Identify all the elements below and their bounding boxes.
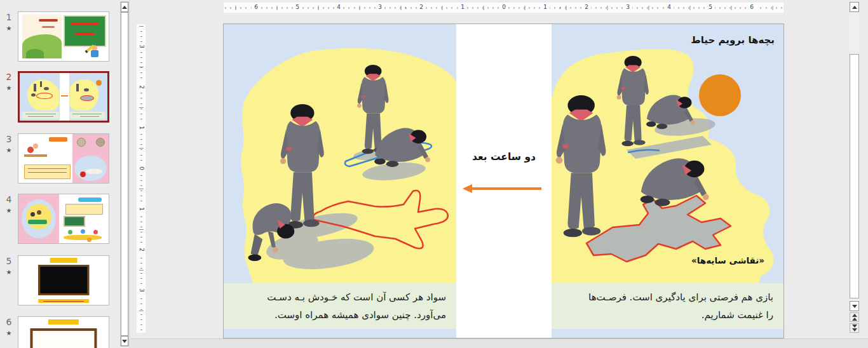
double-up-icon <box>852 314 857 321</box>
slide-2-thumbnail-selected[interactable] <box>18 71 109 123</box>
scroll-up-button[interactable] <box>850 2 859 12</box>
right-photo-object[interactable]: بچه‌ها برویم حیاط «نقاشی سایه‌ها» بازی ه… <box>552 24 783 338</box>
transition-strip[interactable]: دو ساعت بعد <box>456 24 552 338</box>
slide-6-thumbnail[interactable] <box>18 316 109 348</box>
ruler-label: 3 <box>137 286 145 295</box>
ruler-label: 5 <box>293 4 302 10</box>
ruler-label: 6 <box>252 4 261 10</box>
animation-star-icon: ★ <box>1 330 17 337</box>
ruler-label: 0 <box>499 4 508 10</box>
ruler-label: 3 <box>376 4 384 10</box>
animation-star-icon: ★ <box>1 147 17 154</box>
vertical-ruler: 3 2 1 0 1 2 3 <box>137 24 146 333</box>
caption-line: می‌آورد. چنین سوادی همیشه همراه اوست. <box>234 306 446 324</box>
shadow-game-label[interactable]: «نقاشی سایه‌ها» <box>691 255 764 265</box>
thumbnail-row-1: 1 ★ <box>0 11 119 63</box>
slide-thumbnail-panel: 1 ★ <box>0 0 130 348</box>
ruler-label: 0 <box>137 164 145 173</box>
ruler-label: 2 <box>137 245 145 254</box>
triangle-up-icon <box>852 6 857 9</box>
ruler-label: 6 <box>747 4 756 10</box>
slide-title-text[interactable]: بچه‌ها برویم حیاط <box>691 34 775 46</box>
triangle-up-icon <box>122 6 127 9</box>
ruler-label: 1 <box>137 204 145 213</box>
left-photo-scene <box>224 24 456 283</box>
ruler-label: 2 <box>417 4 426 10</box>
scrollbar-track[interactable] <box>850 12 859 301</box>
ruler-label: 1 <box>541 4 550 10</box>
slide-3-thumbnail[interactable] <box>18 133 109 184</box>
animation-star-icon: ★ <box>1 84 17 92</box>
slide-number-2: 2 <box>1 71 17 83</box>
slide-1-thumbnail[interactable] <box>18 11 109 62</box>
scrollbar-thumb[interactable] <box>850 54 859 298</box>
slide-number-6: 6 <box>1 316 17 328</box>
ruler-label: 1 <box>458 4 467 10</box>
right-caption-textbox[interactable]: بازی هم فرصتی برای یادگیری است. فرصـت‌ها… <box>552 283 783 329</box>
caption-line: سواد هر کسی آن است که خـودش بـه دسـت <box>234 288 446 306</box>
ruler-label: 4 <box>334 4 343 10</box>
slide-canvas[interactable]: سواد هر کسی آن است که خـودش بـه دسـت می‌… <box>224 24 783 338</box>
sun <box>699 74 741 116</box>
slide-number-3: 3 <box>1 133 17 145</box>
animation-star-icon: ★ <box>1 207 17 215</box>
transition-label[interactable]: دو ساعت بعد <box>456 151 552 163</box>
arrow-shaft <box>470 187 541 190</box>
presentation-editor-window: 1 ★ <box>0 0 868 348</box>
scroll-down-button[interactable] <box>121 336 128 346</box>
ruler-label: 5 <box>706 4 715 10</box>
caption-line: را غنیمت شماریم. <box>562 306 773 324</box>
thumbnail-row-2: 2 ★ <box>0 71 119 123</box>
book-cover-art <box>22 15 62 58</box>
triangle-down-icon <box>122 340 127 343</box>
ruler-label: 2 <box>582 4 591 10</box>
slide-number-5: 5 <box>1 255 17 267</box>
thumbnail-panel-scrollbar[interactable] <box>120 1 129 347</box>
thumbnail-row-3: 3 ★ <box>0 133 119 185</box>
scrollbar-thumb[interactable] <box>121 12 128 336</box>
thumbnail-row-4: 4 ★ <box>0 194 119 245</box>
ruler-label: 2 <box>137 83 145 91</box>
ruler-label: 3 <box>623 4 632 10</box>
animation-star-icon: ★ <box>1 269 17 276</box>
mini-caption-right <box>70 112 105 119</box>
cartoon-boy-art <box>85 45 104 60</box>
status-bar-area <box>130 338 868 348</box>
caption-line: بازی هم فرصتی برای یادگیری است. فرصـت‌ها <box>562 288 773 306</box>
mini-center-strip <box>60 73 69 121</box>
double-down-icon <box>852 325 857 331</box>
left-photo-object[interactable]: سواد هر کسی آن است که خـودش بـه دسـت می‌… <box>224 24 456 338</box>
ruler-label: 3 <box>137 42 145 51</box>
thumbnail-row-6: 6 ★ <box>0 316 119 348</box>
slide-number-4: 4 <box>1 194 17 205</box>
slide-number-1: 1 <box>1 11 17 23</box>
ruler-label: 4 <box>665 4 674 10</box>
slide-5-thumbnail[interactable] <box>18 255 109 305</box>
next-slide-button[interactable] <box>850 323 859 333</box>
main-vertical-scrollbar[interactable] <box>850 2 859 331</box>
horizontal-ruler: 6 5 4 3 2 1 0 1 2 3 4 5 6 <box>224 3 783 13</box>
left-arrow-shape[interactable] <box>463 184 545 193</box>
scroll-down-button[interactable] <box>850 301 859 311</box>
ruler-label: 1 <box>137 123 145 132</box>
animation-star-icon: ★ <box>1 25 17 32</box>
scroll-up-button[interactable] <box>121 2 128 12</box>
triangle-down-icon <box>852 305 857 308</box>
left-caption-textbox[interactable]: سواد هر کسی آن است که خـودش بـه دسـت می‌… <box>224 283 456 329</box>
slide-4-thumbnail[interactable] <box>18 194 109 244</box>
right-photo-scene <box>552 24 783 283</box>
thumbnail-row-5: 5 ★ <box>0 255 119 307</box>
previous-slide-button[interactable] <box>850 312 859 322</box>
mini-caption-left <box>22 112 59 119</box>
chalkboard-art <box>64 15 106 48</box>
mini-right-photo <box>70 75 105 110</box>
arrow-head <box>463 184 472 193</box>
mini-left-photo <box>22 75 59 110</box>
